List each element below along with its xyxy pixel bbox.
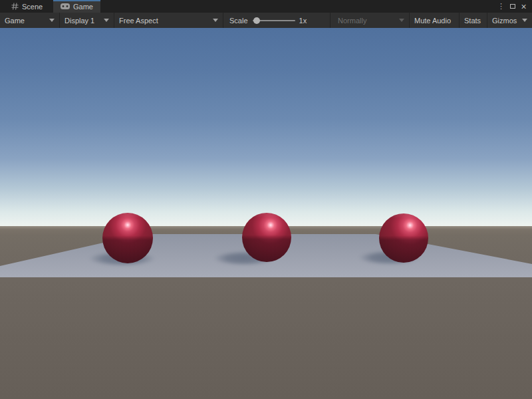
- scale-slider[interactable]: [253, 17, 295, 25]
- tab-label: Game: [73, 3, 93, 11]
- display-label: Display 1: [65, 17, 94, 25]
- chevron-down-icon: [104, 19, 109, 22]
- chevron-down-icon: [213, 19, 218, 22]
- sky: [0, 28, 532, 226]
- stats-button[interactable]: Stats: [460, 13, 487, 28]
- red-sphere: [379, 213, 428, 263]
- scale-label: Scale: [229, 17, 248, 25]
- maximize-icon[interactable]: [507, 0, 518, 13]
- aspect-ratio-dropdown[interactable]: Free Aspect: [114, 13, 223, 28]
- tab-bar: Scene Game ⋮ ×: [0, 0, 532, 13]
- slider-knob[interactable]: [253, 17, 260, 24]
- gizmos-label: Gizmos: [492, 17, 517, 25]
- aspect-ratio-label: Free Aspect: [119, 17, 158, 25]
- display-dropdown[interactable]: Display 1: [60, 13, 114, 28]
- maximize-on-play-dropdown: Normally: [331, 13, 410, 28]
- scale-control: Scale 1x: [223, 13, 331, 28]
- grid-icon: [11, 3, 19, 10]
- view-mode-dropdown[interactable]: Game: [0, 13, 60, 28]
- view-mode-label: Game: [5, 17, 25, 25]
- menu-icon[interactable]: ⋮: [495, 0, 507, 13]
- chevron-down-icon: [49, 19, 55, 22]
- chevron-down-icon: [522, 19, 527, 22]
- red-sphere: [102, 213, 153, 263]
- chevron-down-icon: [399, 19, 404, 22]
- mute-audio-button[interactable]: Mute Audio: [410, 13, 460, 28]
- game-viewport[interactable]: [0, 0, 532, 399]
- red-sphere: [242, 213, 291, 262]
- scale-value: 1x: [299, 17, 307, 25]
- tab-game[interactable]: Game: [53, 0, 100, 13]
- gamepad-icon: [61, 3, 70, 9]
- game-toolbar: Game Display 1 Free Aspect Scale 1x Norm…: [0, 13, 532, 28]
- maximize-on-play-label: Normally: [338, 17, 366, 25]
- window-controls: ⋮ ×: [495, 0, 532, 13]
- stats-label: Stats: [464, 17, 481, 25]
- mute-audio-label: Mute Audio: [414, 17, 451, 25]
- unity-game-view-window: Scene Game ⋮ × Game Display 1: [0, 0, 532, 399]
- tab-scene[interactable]: Scene: [0, 0, 53, 13]
- tab-label: Scene: [22, 3, 43, 11]
- gizmos-dropdown[interactable]: Gizmos: [487, 13, 532, 28]
- close-icon[interactable]: ×: [518, 0, 529, 13]
